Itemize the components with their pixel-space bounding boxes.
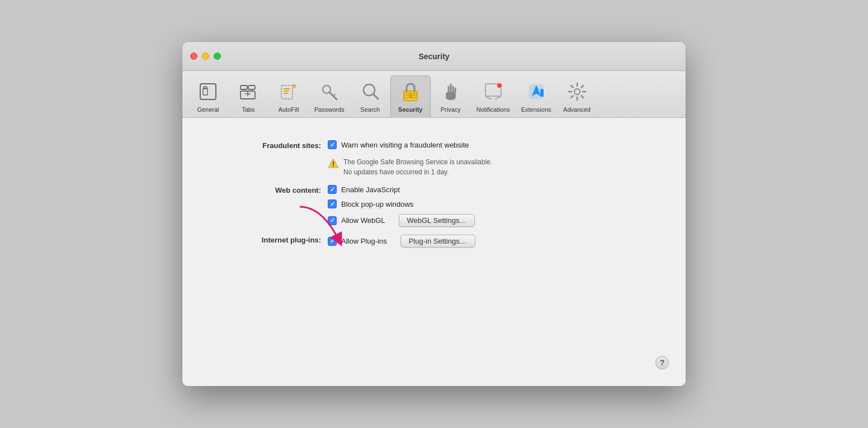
- allow-plugins-label: Allow Plug-ins: [341, 237, 387, 245]
- internet-plugins-label: Internet plug-ins:: [216, 235, 328, 244]
- extensions-label: Extensions: [521, 106, 551, 113]
- toolbar-item-tabs[interactable]: Tabs: [228, 76, 268, 117]
- notification-badge: [497, 83, 502, 88]
- warning-row: ! The Google Safe Browsing Service is un…: [328, 157, 492, 177]
- svg-rect-3: [240, 85, 247, 89]
- svg-rect-8: [281, 85, 293, 99]
- enable-js-checkbox[interactable]: [328, 185, 337, 194]
- content-area: Fraudulent sites: Warn when visiting a f…: [182, 118, 686, 386]
- block-popup-checkbox[interactable]: [328, 199, 337, 208]
- privacy-label: Privacy: [441, 106, 461, 113]
- notifications-label: Notifications: [477, 106, 510, 113]
- maximize-button[interactable]: [214, 53, 221, 60]
- block-popup-label: Block pop-up windows: [341, 200, 413, 208]
- warning-text: The Google Safe Browsing Service is unav…: [343, 157, 492, 177]
- preferences-window: Security General: [182, 42, 686, 386]
- enable-js-label: Enable JavaScript: [341, 186, 400, 194]
- window-title: Security: [418, 52, 449, 61]
- svg-point-31: [574, 89, 580, 94]
- search-icon: [358, 79, 383, 104]
- toolbar-item-advanced[interactable]: Advanced: [557, 76, 597, 117]
- titlebar: Security: [182, 42, 686, 71]
- search-label: Search: [360, 106, 380, 113]
- autofill-icon: [276, 79, 301, 104]
- allow-webgl-label: Allow WebGL: [341, 216, 385, 225]
- toolbar-item-passwords[interactable]: Passwords: [309, 76, 350, 117]
- minimize-button[interactable]: [202, 53, 209, 60]
- fraudulent-checkbox-label: Warn when visiting a fraudulent website: [341, 141, 469, 149]
- extensions-icon: [524, 79, 549, 104]
- internet-plugins-row: Internet plug-ins: Allow Plug-ins Plug-i…: [216, 235, 652, 248]
- toolbar-item-security[interactable]: Security: [390, 75, 431, 118]
- toolbar: General Tabs: [182, 71, 686, 118]
- webgl-settings-button[interactable]: WebGL Settings…: [399, 214, 475, 227]
- advanced-label: Advanced: [563, 106, 591, 113]
- webcontent-row: Web content: Enable JavaScript Block pop…: [216, 185, 652, 227]
- internet-plugins-controls: Allow Plug-ins Plug-in Settings…: [328, 235, 475, 248]
- advanced-icon: [565, 79, 589, 104]
- notifications-icon: [481, 79, 506, 104]
- svg-point-30: [540, 89, 544, 92]
- toolbar-item-search[interactable]: Search: [350, 76, 390, 117]
- webcontent-label: Web content:: [216, 185, 328, 194]
- toolbar-item-extensions[interactable]: Extensions: [516, 76, 557, 117]
- plugin-settings-button[interactable]: Plug-in Settings…: [400, 235, 475, 248]
- window-controls: [190, 53, 221, 60]
- webcontent-controls: Enable JavaScript Block pop-up windows A…: [328, 185, 475, 227]
- allow-webgl-checkbox[interactable]: [328, 216, 337, 225]
- passwords-icon: [317, 79, 342, 104]
- tabs-icon: [236, 79, 261, 104]
- toolbar-item-privacy[interactable]: Privacy: [431, 76, 471, 117]
- fraudulent-checkbox-row: Warn when visiting a fraudulent website: [328, 140, 492, 149]
- svg-rect-0: [200, 84, 216, 99]
- toolbar-item-general[interactable]: General: [188, 76, 228, 117]
- tabs-label: Tabs: [242, 106, 254, 113]
- svg-text:!: !: [332, 160, 334, 168]
- toolbar-item-autofill[interactable]: AutoFill: [268, 76, 309, 117]
- svg-rect-4: [248, 85, 255, 89]
- enable-js-row: Enable JavaScript: [328, 185, 475, 194]
- security-icon: [398, 79, 423, 104]
- svg-line-16: [333, 94, 335, 96]
- general-label: General: [197, 106, 219, 113]
- fraudulent-sites-label: Fraudulent sites:: [216, 140, 328, 150]
- close-button[interactable]: [190, 53, 197, 60]
- toolbar-item-notifications[interactable]: Notifications: [471, 76, 516, 117]
- passwords-label: Passwords: [314, 106, 345, 113]
- help-button[interactable]: ?: [655, 356, 669, 369]
- svg-rect-2: [204, 87, 207, 89]
- general-icon: [196, 79, 220, 104]
- fraudulent-sites-row: Fraudulent sites: Warn when visiting a f…: [216, 140, 652, 177]
- security-label: Security: [398, 106, 422, 113]
- svg-line-18: [373, 94, 378, 99]
- privacy-icon: [438, 79, 463, 104]
- allow-plugins-checkbox[interactable]: [328, 237, 337, 246]
- fraudulent-checkbox[interactable]: [328, 140, 337, 149]
- block-popup-row: Block pop-up windows: [328, 199, 475, 208]
- allow-plugins-row: Allow Plug-ins Plug-in Settings…: [328, 235, 475, 248]
- fraudulent-sites-controls: Warn when visiting a fraudulent website …: [328, 140, 492, 177]
- allow-webgl-row: Allow WebGL WebGL Settings…: [328, 214, 475, 227]
- autofill-label: AutoFill: [279, 106, 299, 113]
- svg-rect-1: [203, 88, 207, 95]
- warning-icon: !: [328, 158, 339, 169]
